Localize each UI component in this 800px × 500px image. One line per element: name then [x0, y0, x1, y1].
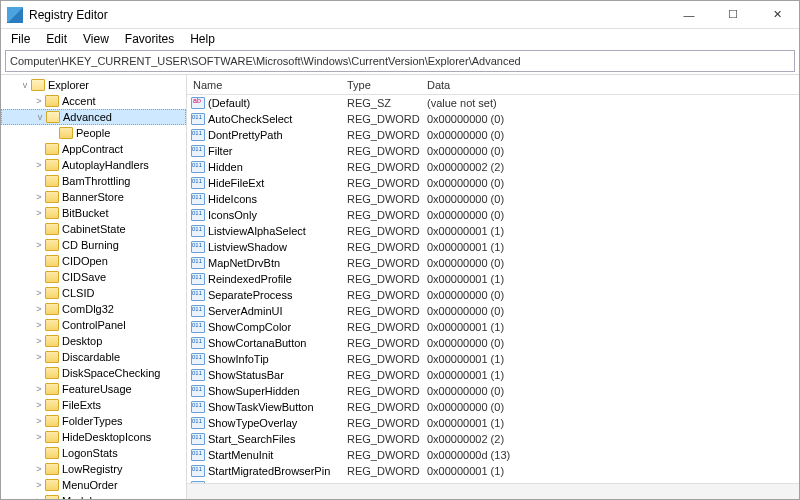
- expand-icon[interactable]: >: [33, 384, 45, 394]
- expand-icon[interactable]: >: [33, 320, 45, 330]
- value-type: REG_DWORD: [347, 385, 427, 397]
- tree-item[interactable]: >ControlPanel: [1, 317, 186, 333]
- value-type: REG_DWORD: [347, 209, 427, 221]
- key-tree[interactable]: v Explorer >AccentvAdvancedPeopleAppCont…: [1, 75, 187, 499]
- tree-item-label: MenuOrder: [62, 479, 118, 491]
- value-row[interactable]: ShowInfoTipREG_DWORD0x00000001 (1): [187, 351, 799, 367]
- tree-item-label: LowRegistry: [62, 463, 123, 475]
- horizontal-scrollbar[interactable]: [187, 483, 799, 499]
- close-button[interactable]: ✕: [755, 1, 799, 29]
- value-row[interactable]: ListviewAlphaSelectREG_DWORD0x00000001 (…: [187, 223, 799, 239]
- value-row[interactable]: SeparateProcessREG_DWORD0x00000000 (0): [187, 287, 799, 303]
- tree-item[interactable]: AppContract: [1, 141, 186, 157]
- folder-icon: [45, 479, 59, 491]
- value-row[interactable]: AutoCheckSelectREG_DWORD0x00000000 (0): [187, 111, 799, 127]
- tree-item[interactable]: >CLSID: [1, 285, 186, 301]
- expand-icon[interactable]: v: [19, 80, 31, 90]
- expand-icon[interactable]: >: [33, 192, 45, 202]
- expand-icon[interactable]: >: [33, 96, 45, 106]
- col-data[interactable]: Data: [427, 79, 799, 91]
- value-row[interactable]: ReindexedProfileREG_DWORD0x00000001 (1): [187, 271, 799, 287]
- col-type[interactable]: Type: [347, 79, 427, 91]
- tree-item[interactable]: CabinetState: [1, 221, 186, 237]
- value-name: Hidden: [208, 161, 243, 173]
- tree-item[interactable]: >AutoplayHandlers: [1, 157, 186, 173]
- value-row[interactable]: StoreAppsOnTaskbarREG_DWORD0x00000001 (1…: [187, 479, 799, 483]
- expand-icon[interactable]: >: [33, 208, 45, 218]
- dword-value-icon: [191, 401, 205, 413]
- expand-icon[interactable]: >: [33, 480, 45, 490]
- value-row[interactable]: ShowCompColorREG_DWORD0x00000001 (1): [187, 319, 799, 335]
- tree-item-label: ControlPanel: [62, 319, 126, 331]
- menu-favorites[interactable]: Favorites: [117, 31, 182, 47]
- value-row[interactable]: StartMigratedBrowserPinREG_DWORD0x000000…: [187, 463, 799, 479]
- expand-icon[interactable]: >: [33, 352, 45, 362]
- tree-item[interactable]: >FeatureUsage: [1, 381, 186, 397]
- menu-view[interactable]: View: [75, 31, 117, 47]
- tree-item[interactable]: CIDSave: [1, 269, 186, 285]
- minimize-button[interactable]: —: [667, 1, 711, 29]
- tree-item[interactable]: People: [1, 125, 186, 141]
- tree-item[interactable]: >CD Burning: [1, 237, 186, 253]
- value-list-body[interactable]: (Default)REG_SZ(value not set)AutoCheckS…: [187, 95, 799, 483]
- tree-item[interactable]: CIDOpen: [1, 253, 186, 269]
- expand-icon[interactable]: >: [33, 496, 45, 499]
- value-row[interactable]: ShowCortanaButtonREG_DWORD0x00000000 (0): [187, 335, 799, 351]
- value-row[interactable]: ShowStatusBarREG_DWORD0x00000001 (1): [187, 367, 799, 383]
- tree-item[interactable]: >Modules: [1, 493, 186, 499]
- value-row[interactable]: ListviewShadowREG_DWORD0x00000001 (1): [187, 239, 799, 255]
- tree-item[interactable]: >MenuOrder: [1, 477, 186, 493]
- expand-icon[interactable]: >: [33, 160, 45, 170]
- tree-item[interactable]: >ComDlg32: [1, 301, 186, 317]
- tree-item[interactable]: >BitBucket: [1, 205, 186, 221]
- expand-icon[interactable]: >: [33, 416, 45, 426]
- content-area: v Explorer >AccentvAdvancedPeopleAppCont…: [1, 74, 799, 499]
- value-row[interactable]: ShowTypeOverlayREG_DWORD0x00000001 (1): [187, 415, 799, 431]
- expand-icon[interactable]: >: [33, 464, 45, 474]
- menu-file[interactable]: File: [3, 31, 38, 47]
- tree-item[interactable]: LogonStats: [1, 445, 186, 461]
- tree-item[interactable]: >Desktop: [1, 333, 186, 349]
- value-type: REG_DWORD: [347, 161, 427, 173]
- tree-item[interactable]: DiskSpaceChecking: [1, 365, 186, 381]
- expand-icon[interactable]: >: [33, 240, 45, 250]
- maximize-button[interactable]: ☐: [711, 1, 755, 29]
- menu-edit[interactable]: Edit: [38, 31, 75, 47]
- expand-icon[interactable]: >: [33, 432, 45, 442]
- column-headers[interactable]: Name Type Data: [187, 75, 799, 95]
- value-row[interactable]: ShowSuperHiddenREG_DWORD0x00000000 (0): [187, 383, 799, 399]
- value-row[interactable]: ServerAdminUIREG_DWORD0x00000000 (0): [187, 303, 799, 319]
- expand-icon[interactable]: >: [33, 304, 45, 314]
- tree-item[interactable]: >BannerStore: [1, 189, 186, 205]
- col-name[interactable]: Name: [187, 79, 347, 91]
- value-row[interactable]: DontPrettyPathREG_DWORD0x00000000 (0): [187, 127, 799, 143]
- tree-item[interactable]: >FolderTypes: [1, 413, 186, 429]
- tree-item[interactable]: vAdvanced: [1, 109, 186, 125]
- tree-item[interactable]: >LowRegistry: [1, 461, 186, 477]
- value-type: REG_DWORD: [347, 321, 427, 333]
- value-row[interactable]: HiddenREG_DWORD0x00000002 (2): [187, 159, 799, 175]
- dword-value-icon: [191, 257, 205, 269]
- expand-icon[interactable]: >: [33, 288, 45, 298]
- value-row[interactable]: (Default)REG_SZ(value not set): [187, 95, 799, 111]
- value-row[interactable]: ShowTaskViewButtonREG_DWORD0x00000000 (0…: [187, 399, 799, 415]
- value-row[interactable]: MapNetDrvBtnREG_DWORD0x00000000 (0): [187, 255, 799, 271]
- expand-icon[interactable]: >: [33, 336, 45, 346]
- tree-root-explorer[interactable]: v Explorer: [1, 77, 186, 93]
- menu-help[interactable]: Help: [182, 31, 223, 47]
- value-row[interactable]: Start_SearchFilesREG_DWORD0x00000002 (2): [187, 431, 799, 447]
- expand-icon[interactable]: >: [33, 400, 45, 410]
- tree-item[interactable]: >FileExts: [1, 397, 186, 413]
- tree-item[interactable]: BamThrottling: [1, 173, 186, 189]
- value-row[interactable]: HideFileExtREG_DWORD0x00000000 (0): [187, 175, 799, 191]
- value-row[interactable]: IconsOnlyREG_DWORD0x00000000 (0): [187, 207, 799, 223]
- tree-item[interactable]: >Accent: [1, 93, 186, 109]
- tree-item[interactable]: >HideDesktopIcons: [1, 429, 186, 445]
- tree-item[interactable]: >Discardable: [1, 349, 186, 365]
- expand-icon[interactable]: v: [34, 112, 46, 122]
- value-row[interactable]: FilterREG_DWORD0x00000000 (0): [187, 143, 799, 159]
- value-type: REG_SZ: [347, 97, 427, 109]
- value-row[interactable]: StartMenuInitREG_DWORD0x0000000d (13): [187, 447, 799, 463]
- address-bar[interactable]: Computer\HKEY_CURRENT_USER\SOFTWARE\Micr…: [5, 50, 795, 72]
- value-row[interactable]: HideIconsREG_DWORD0x00000000 (0): [187, 191, 799, 207]
